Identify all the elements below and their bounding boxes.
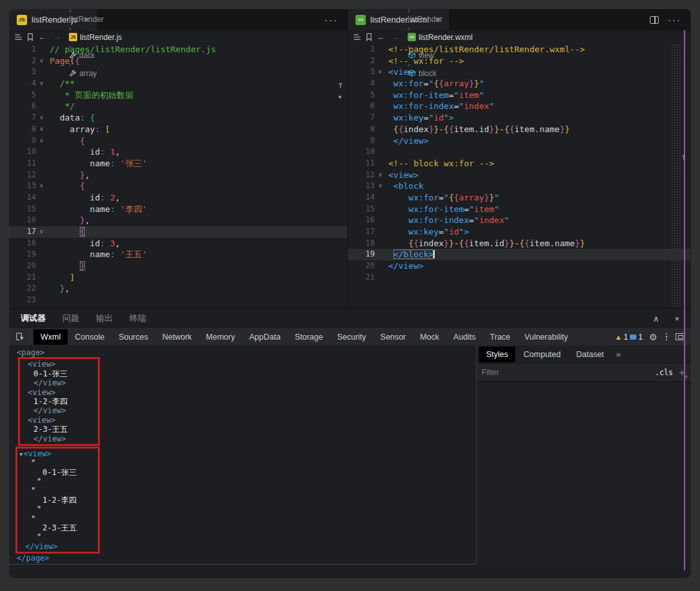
nav-back-icon[interactable]: ← [38,32,46,42]
devtools-tab-audits[interactable]: Audits [446,329,483,345]
cls-toggle[interactable]: .cls [655,368,673,377]
code-line-10[interactable]: 10 [348,146,690,158]
code-line-4[interactable]: 4 wx:for="{{array}}" [348,78,690,90]
debugger-tab-问题[interactable]: 问题 [62,313,79,324]
wxml-tree-node[interactable]: 0-1-张三 [22,369,98,378]
code-line-18[interactable]: 18 {{index}}-{{item.id}}-{{item.name}} [348,238,690,249]
wxml-tree-node[interactable]: " [19,505,98,514]
breadcrumb-item[interactable]: <>listRender.wxml [408,33,473,42]
wxml-tree-node[interactable]: <view> [22,416,98,425]
code-line-9[interactable]: 9 </view> [348,135,690,147]
expand-arrow-icon[interactable]: ▼ [19,451,23,458]
bookmark-icon[interactable] [26,33,34,41]
wxml-tree-node[interactable]: </view> [22,378,98,387]
code-line-13[interactable]: 13∨ <block [348,180,690,192]
fold-chevron-icon[interactable]: ∨ [36,180,47,192]
code-editor-wxml[interactable]: T 1<!--pages/listRender/listRender.wxml-… [348,44,690,308]
code-line-15[interactable]: 15 wx:for-item="item" [348,204,690,215]
devtools-tab-appdata[interactable]: AppData [242,329,288,345]
fold-chevron-icon[interactable]: ∨ [375,180,386,192]
devtools-tab-security[interactable]: Security [330,329,373,345]
devtools-tab-mock[interactable]: Mock [413,329,446,345]
code-line-7[interactable]: 7∨ data: { [9,112,347,124]
devtools-tab-network[interactable]: Network [155,329,199,345]
wxml-tree-node[interactable]: 0-1-张三 [19,468,98,477]
code-line-3[interactable]: 3∨<view [348,66,690,78]
more-tabs-icon[interactable]: » [612,349,621,359]
code-line-8[interactable]: 8 {{index}}-{{item.id}}-{{item.name}} [348,124,690,135]
nav-forward-icon[interactable]: → [53,32,61,42]
styles-tab-styles[interactable]: Styles [479,347,515,362]
devtools-tab-vulnerability[interactable]: Vulnerability [517,329,575,345]
code-line-20[interactable]: 20</view> [348,260,690,272]
debugger-tab-调试器[interactable]: 调试器 [21,313,46,324]
wxml-tree-node[interactable]: " [19,477,98,486]
outline-icon[interactable] [353,33,361,41]
wxml-tree-node[interactable]: " [19,458,98,467]
code-line-3[interactable]: 3 [9,66,347,78]
wxml-tree-node[interactable]: <view> [22,360,98,369]
inspect-element-icon[interactable] [15,332,25,342]
code-line-7[interactable]: 7 wx:key="id"> [348,112,690,124]
wxml-tree-node[interactable]: " [19,514,98,523]
nav-forward-icon[interactable]: → [392,32,400,42]
code-line-21[interactable]: 21 ] [9,272,347,284]
collapse-panel-icon[interactable]: ∧ [653,314,659,324]
undock-icon[interactable] [676,333,685,340]
code-line-20[interactable]: 20 } [9,260,347,272]
code-line-15[interactable]: 15 name: '李四' [9,204,347,215]
code-line-13[interactable]: 13∨ { [9,180,347,192]
devtools-menu-icon[interactable] [664,333,670,341]
code-line-17[interactable]: 17 wx:key="id"> [348,226,690,238]
code-line-16[interactable]: 16 }, [9,215,347,226]
wxml-tree-node[interactable]: <page> [17,348,476,357]
code-line-1[interactable]: 1<!--pages/listRender/listRender.wxml--> [348,44,690,55]
wxml-tree-node[interactable]: " [19,532,98,541]
debugger-tab-终端[interactable]: 终端 [129,313,146,324]
code-line-14[interactable]: 14 wx:for="{{array}}" [348,192,690,204]
code-line-11[interactable]: 11<!-- block wx:for --> [348,158,690,170]
split-editor-icon[interactable] [650,16,659,24]
fold-chevron-icon[interactable]: ∨ [375,66,386,78]
breadcrumb-item[interactable]: listRender [69,15,122,24]
code-editor-js[interactable]: T ■ 1// pages/listRender/listRender.js2∨… [9,44,347,308]
wxml-tree-node[interactable]: 1-2-李四 [19,496,98,505]
wxml-tree-node[interactable]: </view> [22,406,98,415]
breadcrumb-item[interactable]: listRender [408,15,473,24]
fold-chevron-icon[interactable]: ∨ [375,170,386,181]
code-line-5[interactable]: 5 wx:for-item="item" [348,90,690,101]
bookmark-icon[interactable] [365,33,373,41]
wxml-tree-node[interactable]: 2-3-王五 [19,523,98,532]
code-line-18[interactable]: 18 id: 3, [9,238,347,249]
fold-chevron-icon[interactable]: ∨ [36,226,47,238]
wxml-tree-node[interactable]: " [19,486,98,495]
code-line-12[interactable]: 12 }, [9,170,347,181]
nav-back-icon[interactable]: ← [377,32,385,42]
code-line-10[interactable]: 10 id: 1, [9,146,347,158]
breadcrumb-item[interactable]: JSlistRender.js [69,33,122,42]
code-line-6[interactable]: 6 */ [9,101,347,112]
code-line-23[interactable]: 23 [9,295,347,306]
wxml-tree-pane[interactable]: <page><view>0-1-张三</view><view>1-2-李四</v… [9,345,477,565]
debugger-tab-输出[interactable]: 输出 [96,313,113,324]
outline-icon[interactable] [14,33,23,41]
code-line-6[interactable]: 6 wx:for-index="index" [348,101,690,112]
code-line-1[interactable]: 1// pages/listRender/listRender.js [9,44,347,55]
devtools-tab-memory[interactable]: Memory [199,329,242,345]
code-line-17[interactable]: 17∨ { [9,226,347,238]
devtools-tab-sensor[interactable]: Sensor [374,329,413,345]
code-line-19[interactable]: 19 name: '王五' [9,249,347,260]
settings-gear-icon[interactable]: ⚙ [649,332,657,342]
wxml-tree-node[interactable]: </view> [19,542,98,551]
devtools-tab-storage[interactable]: Storage [288,329,330,345]
code-line-12[interactable]: 12∨<view> [348,170,690,181]
fold-chevron-icon[interactable]: ∨ [36,112,47,124]
wxml-tree-node[interactable]: </page> [17,554,476,563]
styles-tab-dataset[interactable]: Dataset [569,347,611,362]
wxml-tree-node[interactable]: </view> [22,434,98,443]
warnings-badge[interactable]: ▲ 1 1 [615,333,643,342]
fold-chevron-icon[interactable]: ∨ [36,124,47,135]
close-panel-icon[interactable]: × [674,314,679,324]
code-line-21[interactable]: 21 [348,272,690,284]
code-line-2[interactable]: 2<!-- wx:for --> [348,55,690,67]
